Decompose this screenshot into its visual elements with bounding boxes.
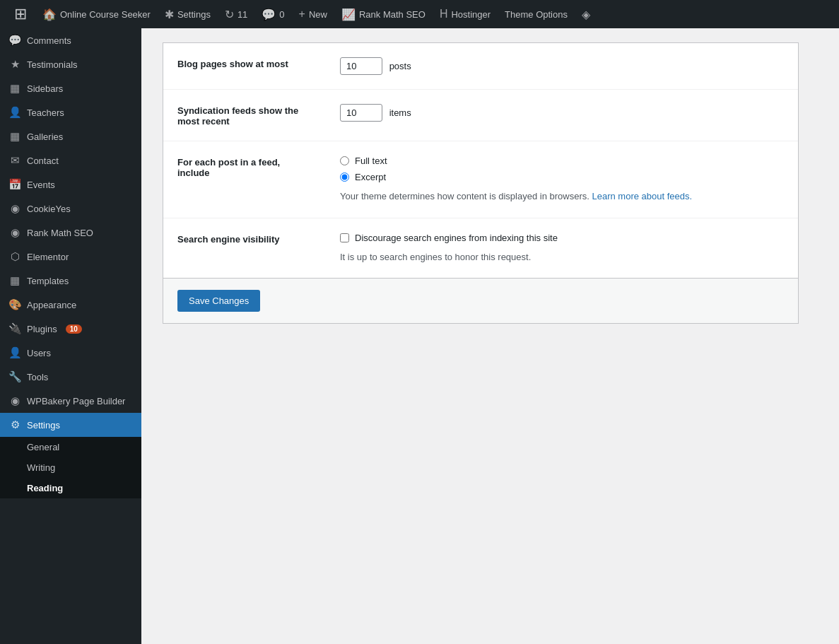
sidebar-sub-writing[interactable]: Writing: [0, 457, 141, 478]
new-icon: +: [299, 8, 305, 21]
feed-include-row: For each post in a feed, include Full te…: [163, 141, 798, 218]
feed-include-label: For each post in a feed, include: [177, 157, 280, 178]
excerpt-radio[interactable]: [340, 172, 349, 182]
cookieyes-icon: ◉: [8, 202, 21, 215]
settings-submenu: General Writing Reading: [0, 437, 141, 498]
syndication-input[interactable]: [340, 104, 382, 122]
users-icon: 👤: [8, 346, 21, 359]
admin-bar-diamond[interactable]: ◈: [575, 0, 597, 28]
sidebar-item-wpbakery[interactable]: ◉ WPBakery Page Builder: [0, 389, 141, 413]
search-visibility-option[interactable]: Discourage search engines from indexing …: [340, 233, 784, 243]
galleries-icon: ▦: [8, 130, 21, 143]
sidebar-item-appearance[interactable]: 🎨 Appearance: [0, 293, 141, 317]
settings-icon: ⚙: [8, 418, 21, 431]
sidebar-item-contact[interactable]: ✉ Contact: [0, 148, 141, 172]
sidebar-item-settings[interactable]: ⚙ Settings: [0, 413, 141, 437]
hostinger-icon: H: [440, 8, 448, 21]
learn-more-link[interactable]: Learn more about feeds.: [592, 191, 693, 201]
sidebar-item-sidebars[interactable]: ▦ Sidebars: [0, 76, 141, 100]
full-text-radio[interactable]: [340, 156, 349, 165]
admin-bar-theme[interactable]: Theme Options: [498, 0, 575, 28]
syndication-label: Syndication feeds show the most recent: [177, 105, 298, 127]
templates-icon: ▦: [8, 274, 21, 287]
rankmath-icon: 📈: [341, 8, 356, 21]
form-table: Blog pages show at most posts Syndicatio…: [163, 43, 798, 278]
settings-icon: ✱: [165, 8, 174, 21]
events-icon: 📅: [8, 178, 21, 191]
teachers-icon: 👤: [8, 106, 21, 119]
sidebar-item-users[interactable]: 👤 Users: [0, 341, 141, 365]
blog-pages-input[interactable]: [340, 57, 382, 75]
sidebar-item-templates[interactable]: ▦ Templates: [0, 269, 141, 293]
admin-bar-comments[interactable]: 💬 0: [254, 0, 291, 28]
search-visibility-checkbox[interactable]: [340, 233, 349, 242]
sidebars-icon: ▦: [8, 82, 21, 95]
tools-icon: 🔧: [8, 370, 21, 383]
admin-bar-rankmath[interactable]: 📈 Rank Math SEO: [334, 0, 433, 28]
full-text-option[interactable]: Full text: [340, 156, 784, 166]
settings-form: Blog pages show at most posts Syndicatio…: [163, 42, 799, 324]
admin-bar-settings[interactable]: ✱ Settings: [158, 0, 218, 28]
updates-icon: ↻: [225, 8, 234, 21]
sidebar-item-cookieyes[interactable]: ◉ CookieYes: [0, 197, 141, 221]
sidebar-item-elementor[interactable]: ⬡ Elementor: [0, 245, 141, 269]
comments-icon: 💬: [262, 8, 276, 21]
admin-bar-hostinger[interactable]: H Hostinger: [433, 0, 498, 28]
sidebar-item-teachers[interactable]: 👤 Teachers: [0, 100, 141, 124]
plugins-badge: 10: [66, 324, 82, 334]
sidebar-item-tools[interactable]: 🔧 Tools: [0, 365, 141, 389]
diamond-icon: ◈: [582, 8, 590, 21]
sidebar-item-events[interactable]: 📅 Events: [0, 172, 141, 197]
blog-pages-suffix: posts: [389, 61, 411, 71]
main-content: Blog pages show at most posts Syndicatio…: [141, 28, 839, 644]
sidebar-item-testimonials[interactable]: ★ Testimonials: [0, 52, 141, 76]
feed-include-options: Full text Excerpt: [340, 156, 784, 182]
sidebar-sub-general[interactable]: General: [0, 437, 141, 457]
admin-bar-updates[interactable]: ↻ 11: [218, 0, 254, 28]
blog-pages-label: Blog pages show at most: [177, 59, 288, 69]
testimonials-icon: ★: [8, 58, 21, 71]
home-icon: 🏠: [42, 8, 57, 21]
search-visibility-label: Search engine visibility: [177, 234, 280, 245]
rankmath-icon: ◉: [8, 226, 21, 239]
submit-section: Save Changes: [163, 278, 798, 323]
plugins-icon: 🔌: [8, 322, 21, 335]
sidebar-item-galleries[interactable]: ▦ Galleries: [0, 124, 141, 148]
syndication-suffix: items: [389, 107, 411, 118]
admin-bar-home[interactable]: 🏠 Online Course Seeker: [35, 0, 158, 28]
blog-pages-row: Blog pages show at most posts: [163, 43, 798, 90]
wpbakery-icon: ◉: [8, 394, 21, 407]
contact-icon: ✉: [8, 154, 21, 167]
search-visibility-description: It is up to search engines to honor this…: [340, 250, 784, 264]
admin-bar-new[interactable]: + New: [292, 0, 334, 28]
sidebar-item-rankmath[interactable]: ◉ Rank Math SEO: [0, 221, 141, 245]
admin-bar: ⊞ 🏠 Online Course Seeker ✱ Settings ↻ 11…: [0, 0, 839, 28]
sidebar-sub-reading[interactable]: Reading: [0, 478, 141, 498]
feed-description: Your theme determines how content is dis…: [340, 189, 784, 204]
search-visibility-row: Search engine visibility Discourage sear…: [163, 218, 798, 278]
wordpress-logo[interactable]: ⊞: [6, 0, 35, 28]
syndication-feeds-row: Syndication feeds show the most recent i…: [163, 90, 798, 141]
save-button[interactable]: Save Changes: [177, 290, 260, 312]
sidebar: 💬 Comments ★ Testimonials ▦ Sidebars 👤 T…: [0, 28, 141, 644]
appearance-icon: 🎨: [8, 298, 21, 311]
elementor-icon: ⬡: [8, 250, 21, 263]
sidebar-item-comments[interactable]: 💬 Comments: [0, 28, 141, 52]
sidebar-item-plugins[interactable]: 🔌 Plugins 10: [0, 317, 141, 341]
excerpt-option[interactable]: Excerpt: [340, 172, 784, 182]
comments-icon: 💬: [8, 34, 21, 47]
